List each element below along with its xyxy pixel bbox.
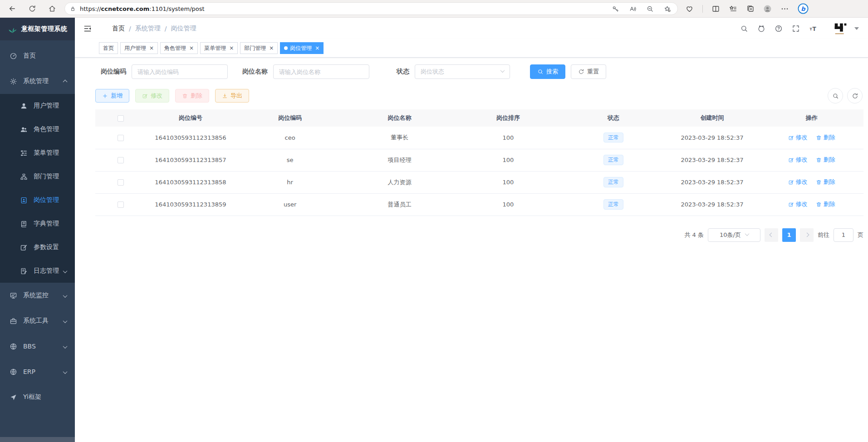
modify-button[interactable]: 修改 [135, 89, 169, 103]
sidebar-item-globe[interactable]: ERP [0, 359, 75, 384]
row-checkbox[interactable] [118, 201, 124, 208]
tab-close-icon[interactable]: × [189, 45, 194, 51]
github-icon[interactable] [757, 25, 765, 33]
tab[interactable]: 岗位管理 × [280, 42, 324, 54]
browser-essentials-icon[interactable] [685, 5, 694, 13]
select-all-checkbox[interactable] [118, 115, 124, 122]
collections-icon[interactable] [746, 5, 755, 13]
delete-button[interactable]: 删除 [175, 89, 209, 103]
goto-page-input[interactable] [834, 228, 853, 242]
pager-prev-button[interactable] [765, 228, 778, 242]
edit-link[interactable]: 修改 [788, 200, 808, 208]
globe-icon [10, 368, 17, 376]
sidebar-item-gear[interactable]: 系统管理 [0, 69, 75, 94]
row-checkbox[interactable] [118, 135, 124, 141]
sidebar-fold-icon[interactable] [83, 24, 92, 33]
tab[interactable]: 菜单管理 × [200, 42, 238, 54]
tab-close-icon[interactable]: × [229, 45, 234, 51]
edit-link[interactable]: 修改 [788, 178, 808, 186]
key-icon[interactable] [612, 5, 619, 13]
filter-label: 岗位编码 [95, 68, 126, 76]
tab-close-icon[interactable]: × [315, 45, 319, 51]
sidebar-item-dashboard[interactable]: 首页 [0, 43, 75, 69]
sidebar-item-globe[interactable]: BBS [0, 334, 75, 359]
delete-link[interactable]: 删除 [816, 178, 835, 186]
row-checkbox[interactable] [118, 179, 124, 186]
sidebar-item-log[interactable]: 日志管理 [0, 259, 75, 283]
tab[interactable]: 用户管理 × [120, 42, 158, 54]
pagination-page-unit: 页 [858, 231, 863, 239]
delete-link[interactable]: 删除 [816, 200, 835, 208]
profile-icon[interactable] [763, 5, 772, 13]
bing-icon[interactable]: b [798, 3, 809, 14]
url-text[interactable]: https://ccnetcore.com:1101/system/post [80, 5, 612, 12]
search-button[interactable]: 搜索 [530, 64, 565, 79]
sidebar-item-user[interactable]: 用户管理 [0, 94, 75, 118]
page-size-select[interactable]: 10条/页 [708, 228, 760, 242]
table-search-tool-button[interactable] [828, 88, 843, 103]
sidebar-scrollbar[interactable] [0, 437, 75, 442]
refresh-icon [28, 5, 36, 13]
pager-next-button[interactable] [800, 228, 814, 242]
globe-icon [10, 343, 17, 350]
sidebar-item-users[interactable]: 角色管理 [0, 118, 75, 141]
filter-label: 状态 [378, 68, 409, 76]
status-badge: 正常 [603, 199, 623, 209]
tab[interactable]: 角色管理 × [160, 42, 198, 54]
app-logo[interactable]: 意框架管理系统 [0, 18, 75, 40]
search-icon[interactable] [740, 25, 748, 33]
question-icon[interactable] [775, 25, 783, 33]
active-dot-icon [284, 46, 288, 50]
zoom-out-icon[interactable] [646, 5, 654, 13]
post-name-input[interactable] [273, 64, 369, 79]
sidebar-item-edit-square[interactable]: 参数设置 [0, 236, 75, 259]
address-bar[interactable]: https://ccnetcore.com:1101/system/post [64, 2, 678, 15]
breadcrumb-separator: / [165, 25, 167, 32]
back-icon [8, 5, 16, 13]
browser-home-button[interactable] [45, 2, 59, 15]
sidebar-item-monitor[interactable]: 系统监控 [0, 283, 75, 308]
column-header: 操作 [760, 109, 863, 127]
tab[interactable]: 首页 [99, 42, 118, 54]
sidebar-item-badge[interactable]: 岗位管理 [0, 188, 75, 212]
sidebar-item-book[interactable]: 字典管理 [0, 212, 75, 236]
cell-post-code: se [235, 149, 345, 171]
breadcrumb-item[interactable]: 首页 [112, 25, 125, 33]
reset-button[interactable]: 重置 [571, 64, 606, 79]
menu-tree-icon [20, 149, 28, 157]
delete-link[interactable]: 删除 [816, 156, 835, 164]
more-icon[interactable] [780, 5, 789, 13]
breadcrumb-item: 系统管理 [135, 25, 161, 33]
font-size-icon[interactable]: TT [809, 25, 817, 33]
cell-post-id: 1641030593112313859 [146, 193, 235, 216]
tab-close-icon[interactable]: × [269, 45, 274, 51]
sidebar-item-send[interactable]: Yi框架 [0, 384, 75, 410]
sidebar-item-org[interactable]: 部门管理 [0, 165, 75, 188]
add-button[interactable]: 新增 [95, 89, 129, 103]
refresh-icon [578, 69, 584, 75]
browser-refresh-button[interactable] [25, 2, 39, 15]
sidebar-item-briefcase[interactable]: 系统工具 [0, 308, 75, 334]
read-aloud-icon[interactable] [629, 5, 637, 13]
select-placeholder: 岗位状态 [421, 68, 444, 76]
table-refresh-tool-button[interactable] [847, 88, 863, 103]
split-screen-icon[interactable] [711, 5, 720, 13]
export-button[interactable]: 导出 [215, 89, 249, 103]
post-code-input[interactable] [132, 64, 228, 79]
browser-back-button[interactable] [5, 2, 19, 15]
status-select[interactable]: 岗位状态 [415, 64, 510, 79]
user-avatar[interactable] [832, 20, 859, 37]
favorites-bar-icon[interactable] [729, 5, 737, 13]
tab-close-icon[interactable]: × [149, 45, 154, 51]
favorite-add-icon[interactable] [663, 5, 671, 13]
sidebar-item-label: 首页 [23, 52, 36, 60]
sidebar-item-menu-tree[interactable]: 菜单管理 [0, 141, 75, 165]
delete-link[interactable]: 删除 [816, 133, 835, 142]
edit-link[interactable]: 修改 [788, 133, 808, 142]
tab[interactable]: 部门管理 × [240, 42, 278, 54]
edit-link[interactable]: 修改 [788, 156, 808, 164]
pager-page-1[interactable]: 1 [782, 228, 796, 242]
row-checkbox[interactable] [118, 157, 124, 163]
fullscreen-icon[interactable] [792, 25, 800, 33]
cell-post-name: 普通员工 [345, 193, 454, 216]
